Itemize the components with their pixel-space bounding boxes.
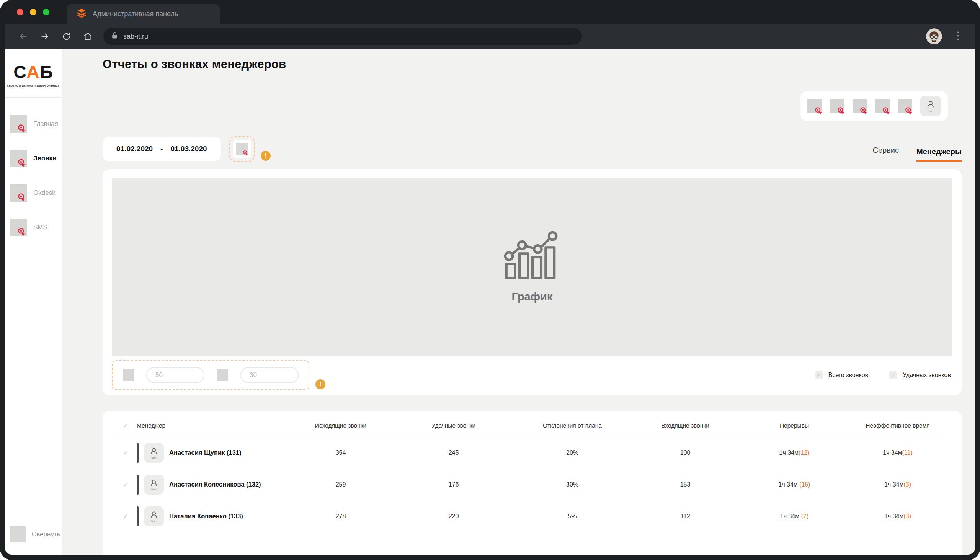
row-accent-bar [137,475,138,495]
window-controls [5,9,62,24]
manager-name: Наталия Копаенко (133) [169,513,243,520]
table-row: User Анастасия Колесникова (132) 259 176… [115,468,949,500]
col-header-deviation: Отклонения от плана [517,415,628,437]
page: САБ сервис и автоматизация бизнеса Главн… [5,49,975,555]
main-content: Отчеты о звонках менеджеров User [62,49,975,555]
threshold-icon-placeholder[interactable] [122,369,134,381]
total-calls-checkbox[interactable] [815,371,823,379]
browser-window: Административная панель sab-it.ru [0,0,980,560]
tab-service[interactable]: Сервис [872,146,899,162]
successful-calls-checkbox[interactable] [889,371,897,379]
chart-placeholder-label: График [512,290,553,303]
threshold-input-2[interactable] [240,367,298,383]
date-filter-group: 01.02.2020 - 01.03.2020 ! [103,136,271,162]
threshold-icon-placeholder[interactable] [217,369,228,381]
outgoing-calls-value: 259 [291,468,390,500]
deviation-value: 30% [517,468,628,500]
manager-name: Анастасия Щупик (131) [169,449,242,456]
col-header-outgoing: Исходящие звонки [291,415,390,437]
incoming-calls-value: 100 [628,437,743,468]
warning-badge: ! [261,151,271,161]
sidebar-item-sms[interactable]: SMS [10,218,62,236]
inefficient-time-value: 1ч 34м(3) [846,500,949,532]
close-window-button[interactable] [17,9,23,15]
legend-label: Всего звонков [828,372,868,378]
sidebar-item-label: SMS [33,223,47,231]
maximize-window-button[interactable] [43,9,49,15]
browser-tabstrip: Административная панель [5,0,975,24]
broken-image-icon [10,115,27,133]
action-broken-image-icon[interactable] [830,99,845,113]
sidebar-collapse-button[interactable]: Свернуть [5,526,62,555]
action-broken-image-icon[interactable] [898,99,912,113]
collapse-label: Свернуть [32,530,60,538]
manager-avatar-button[interactable]: User [144,443,164,463]
layers-favicon-icon [77,8,87,20]
sidebar-item-main[interactable]: Главная [10,115,62,133]
url-text: sab-it.ru [123,33,148,40]
chart-card: График ! Всего звонков [103,169,962,395]
tab-managers[interactable]: Менеджеры [917,147,962,162]
col-header-manager: Менеджер [136,415,291,437]
date-from: 01.02.2020 [117,145,153,153]
profile-avatar[interactable] [926,28,942,44]
incoming-calls-value: 112 [628,500,743,532]
header-actions-card: User [800,91,948,121]
reload-icon[interactable] [57,28,75,45]
col-header-inefficient: Неэффективное время [846,415,949,437]
managers-table: Менеджер Исходящие звонки Удачные звонки… [115,415,949,532]
table-header-row: Менеджер Исходящие звонки Удачные звонки… [115,415,949,437]
tab-title: Административная панель [93,10,178,18]
date-range-picker[interactable]: 01.02.2020 - 01.03.2020 [103,137,221,161]
deviation-value: 20% [517,437,628,468]
col-header-successful: Удачные звонки [390,415,517,437]
page-title: Отчеты о звонках менеджеров [103,57,286,71]
broken-image-icon [10,150,27,167]
breaks-value: 1ч 34м(12) [743,437,846,468]
collapse-icon-placeholder [10,526,26,542]
sidebar-item-calls[interactable]: Звонки [10,150,62,167]
incoming-calls-value: 153 [628,468,743,500]
sidebar-item-label: Главная [33,120,58,128]
date-separator: - [160,145,163,153]
inefficient-time-value: 1ч 34м(11) [846,437,949,468]
successful-calls-value: 176 [390,468,517,500]
bar-chart-icon [503,231,561,280]
sidebar: САБ сервис и автоматизация бизнеса Главн… [5,49,62,555]
forward-icon[interactable] [36,28,53,45]
outgoing-calls-value: 278 [291,500,390,532]
browser-tab[interactable]: Административная панель [67,4,220,24]
minimize-window-button[interactable] [30,9,37,15]
back-icon[interactable] [15,28,32,45]
action-broken-image-icon[interactable] [875,99,890,113]
threshold-input-1[interactable] [146,367,204,383]
deviation-value: 5% [517,500,628,532]
lock-icon [112,32,118,41]
logo-letter: С [13,62,27,82]
breaks-value: 1ч 34м (7) [743,500,846,532]
logo-letter: Б [40,62,53,82]
broken-image-icon [236,143,248,155]
calendar-button-placeholder[interactable] [229,136,255,162]
home-icon[interactable] [79,28,97,45]
browser-menu-icon[interactable]: ⋮ [946,30,965,43]
manager-name: Анастасия Колесникова (132) [169,481,261,488]
manager-avatar-button[interactable]: User [144,475,164,495]
user-button[interactable]: User [920,96,941,117]
table-row: User Наталия Копаенко (133) 278 220 5% 1… [115,500,949,532]
broken-image-icon [10,218,27,236]
url-bar[interactable]: sab-it.ru [103,28,582,45]
action-broken-image-icon[interactable] [807,99,822,113]
user-button-label: User [928,110,934,113]
broken-image-icon [10,184,27,202]
table-row: User Анастасия Щупик (131) 354 245 20% 1… [115,437,949,468]
chart-placeholder: График [112,178,952,356]
row-accent-bar [137,507,138,526]
browser-toolbar: sab-it.ru ⋮ [5,24,975,49]
legend-item-total: Всего звонков [815,371,868,379]
action-broken-image-icon[interactable] [853,99,867,113]
sidebar-item-label: Okdesk [33,189,55,197]
col-header-breaks: Перерывы [743,415,846,437]
manager-avatar-button[interactable]: User [144,507,164,526]
sidebar-item-okdesk[interactable]: Okdesk [10,184,62,202]
